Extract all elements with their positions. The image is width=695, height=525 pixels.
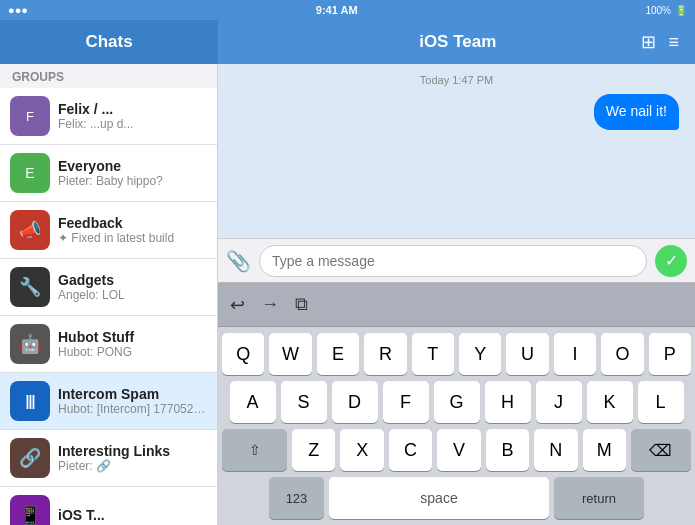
key-l[interactable]: L [638, 381, 684, 423]
shift-key[interactable]: ⇧ [222, 429, 287, 471]
key-z[interactable]: Z [292, 429, 335, 471]
key-m[interactable]: M [583, 429, 626, 471]
chat-name: Interesting Links [58, 443, 207, 459]
status-right: 100% 🔋 [645, 5, 687, 16]
content-area: Groups F Felix / ... Felix: ...up d... E… [0, 64, 695, 525]
key-i[interactable]: I [554, 333, 596, 375]
chat-name: Hubot Stuff [58, 329, 207, 345]
nav-right-panel: iOS Team ⊞ ≡ [218, 31, 695, 53]
chat-preview: Hubot: PONG [58, 345, 207, 359]
list-item[interactable]: 📱 iOS T... [0, 487, 217, 525]
chat-preview: Pieter: 🔗 [58, 459, 207, 473]
key-b[interactable]: B [486, 429, 529, 471]
list-item[interactable]: 🔧 Gadgets Angelo: LOL [0, 259, 217, 316]
list-item[interactable]: E Everyone Pieter: Baby hippo? [0, 145, 217, 202]
nav-left-panel: Chats [0, 20, 218, 64]
key-e[interactable]: E [317, 333, 359, 375]
chat-name: iOS T... [58, 507, 207, 523]
redo-button[interactable]: → [261, 294, 279, 315]
chat-title: iOS Team [274, 32, 641, 52]
key-x[interactable]: X [340, 429, 383, 471]
keyboard-rows: Q W E R T Y U I O P A S [218, 327, 695, 525]
paste-button[interactable]: ⧉ [295, 294, 308, 315]
chat-info: Felix / ... Felix: ...up d... [58, 101, 207, 131]
chat-name: Everyone [58, 158, 207, 174]
key-s[interactable]: S [281, 381, 327, 423]
list-item[interactable]: F Felix / ... Felix: ...up d... [0, 88, 217, 145]
battery-icon: 🔋 [675, 5, 687, 16]
key-row-4: 123 space return [222, 477, 691, 519]
list-item[interactable]: 🔗 Interesting Links Pieter: 🔗 [0, 430, 217, 487]
key-p[interactable]: P [649, 333, 691, 375]
undo-button[interactable]: ↩ [230, 294, 245, 316]
chat-info: Feedback ✦ Fixed in latest build [58, 215, 207, 245]
key-k[interactable]: K [587, 381, 633, 423]
chat-info: iOS T... [58, 507, 207, 523]
chat-info: Interesting Links Pieter: 🔗 [58, 443, 207, 473]
chat-messages: Today 1:47 PM We nail it! [218, 64, 695, 238]
key-t[interactable]: T [412, 333, 454, 375]
return-key[interactable]: return [554, 477, 644, 519]
key-q[interactable]: Q [222, 333, 264, 375]
key-row-2: A S D F G H J K L [222, 381, 691, 423]
chats-title: Chats [85, 32, 132, 52]
input-bar: 📎 ✓ [218, 238, 695, 282]
list-item[interactable]: 📣 Feedback ✦ Fixed in latest build [0, 202, 217, 259]
checkmark-icon: ✓ [665, 251, 678, 270]
key-n[interactable]: N [534, 429, 577, 471]
key-u[interactable]: U [506, 333, 548, 375]
avatar: E [10, 153, 50, 193]
key-o[interactable]: O [601, 333, 643, 375]
nav-bar: Chats iOS Team ⊞ ≡ [0, 20, 695, 64]
keyboard: ↩ → ⧉ Q W E R T Y U I [218, 282, 695, 525]
chat-preview: ✦ Fixed in latest build [58, 231, 207, 245]
attach-icon[interactable]: 📎 [226, 249, 251, 273]
avatar: 📣 [10, 210, 50, 250]
chat-name: Feedback [58, 215, 207, 231]
status-left: ●●● [8, 4, 28, 16]
key-g[interactable]: G [434, 381, 480, 423]
sidebar-section-header: Groups [0, 64, 217, 88]
delete-key[interactable]: ⌫ [631, 429, 691, 471]
avatar: 📱 [10, 495, 50, 525]
list-item[interactable]: 🤖 Hubot Stuff Hubot: PONG [0, 316, 217, 373]
key-v[interactable]: V [437, 429, 480, 471]
message-bubble-sent: We nail it! [594, 94, 679, 130]
key-a[interactable]: A [230, 381, 276, 423]
chat-name: Gadgets [58, 272, 207, 288]
key-row-3: ⇧ Z X C V B N M ⌫ [222, 429, 691, 471]
nav-icons: ⊞ ≡ [641, 31, 679, 53]
numbers-key[interactable]: 123 [269, 477, 324, 519]
grid-icon[interactable]: ⊞ [641, 31, 656, 53]
chat-info: Hubot Stuff Hubot: PONG [58, 329, 207, 359]
key-f[interactable]: F [383, 381, 429, 423]
send-button[interactable]: ✓ [655, 245, 687, 277]
chat-info: Intercom Spam Hubot: [Intercom] 17705201… [58, 386, 207, 416]
chat-preview: Pieter: Baby hippo? [58, 174, 207, 188]
battery-level: 100% [645, 5, 671, 16]
space-key[interactable]: space [329, 477, 549, 519]
chat-name: Felix / ... [58, 101, 207, 117]
avatar: 🔗 [10, 438, 50, 478]
key-h[interactable]: H [485, 381, 531, 423]
list-icon[interactable]: ≡ [668, 32, 679, 53]
key-d[interactable]: D [332, 381, 378, 423]
avatar: 🤖 [10, 324, 50, 364]
chat-preview: Angelo: LOL [58, 288, 207, 302]
message-row: We nail it! [234, 94, 679, 130]
key-r[interactable]: R [364, 333, 406, 375]
key-c[interactable]: C [389, 429, 432, 471]
message-timestamp: Today 1:47 PM [234, 74, 679, 86]
chat-info: Gadgets Angelo: LOL [58, 272, 207, 302]
key-y[interactable]: Y [459, 333, 501, 375]
message-input[interactable] [259, 245, 647, 277]
wifi-icon: ●●● [8, 4, 28, 16]
sidebar: Groups F Felix / ... Felix: ...up d... E… [0, 64, 218, 525]
status-bar: ●●● 9:41 AM 100% 🔋 [0, 0, 695, 20]
chat-info: Everyone Pieter: Baby hippo? [58, 158, 207, 188]
key-w[interactable]: W [269, 333, 311, 375]
key-j[interactable]: J [536, 381, 582, 423]
list-item[interactable]: ||| Intercom Spam Hubot: [Intercom] 1770… [0, 373, 217, 430]
avatar: F [10, 96, 50, 136]
chat-preview: Felix: ...up d... [58, 117, 207, 131]
